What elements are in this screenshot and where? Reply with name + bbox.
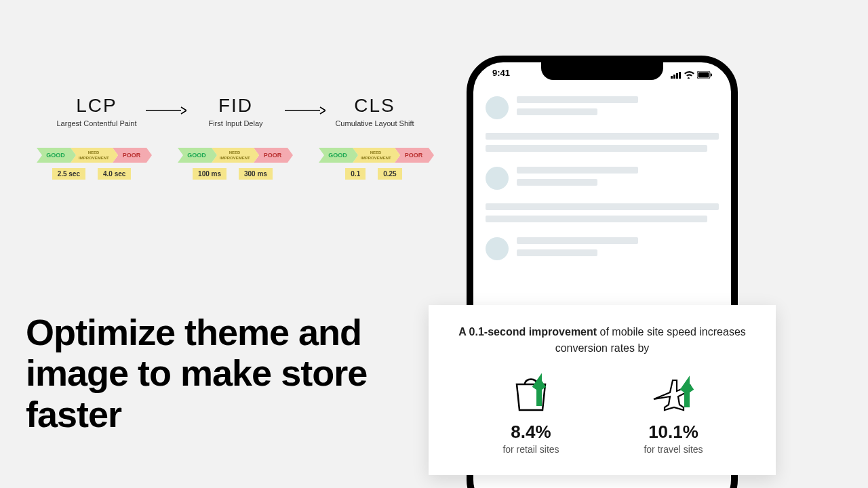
stat-retail: 8.4% for retail sites — [480, 373, 582, 455]
list-item — [486, 167, 719, 191]
skeleton-line — [517, 108, 597, 115]
skeleton-line — [517, 237, 638, 244]
threshold-cls: GOOD NEEDIMPROVEMENT POOR 0.1 0.25 — [313, 148, 435, 180]
airplane-icon — [650, 373, 697, 413]
metric-abbr: FID — [218, 95, 253, 117]
metric-full: First Input Delay — [208, 119, 262, 127]
badge-needs-improvement: NEEDIMPROVEMENT — [353, 148, 395, 163]
status-icons — [671, 68, 712, 81]
skeleton-line — [517, 179, 597, 186]
stat-columns: 8.4% for retail sites 10.1% for travel s… — [452, 373, 753, 455]
svg-rect-4 — [676, 73, 678, 79]
threshold-values: 100 ms 300 ms — [193, 168, 273, 180]
avatar-placeholder — [486, 96, 509, 119]
metric-abbr: LCP — [76, 95, 117, 117]
skeleton-line — [486, 145, 707, 152]
conversion-stats-card: A 0.1-second improvement of mobile site … — [429, 305, 776, 475]
list-item — [486, 237, 719, 262]
skeleton-line — [517, 167, 638, 174]
skeleton-line — [486, 203, 719, 210]
svg-rect-5 — [679, 72, 681, 79]
shopping-bag-icon — [510, 373, 552, 413]
metric-full: Largest Contentful Paint — [56, 119, 136, 127]
web-vitals-metrics: LCP Largest Contentful Paint FID First I… — [31, 95, 441, 127]
battery-icon — [697, 71, 712, 79]
skeleton-line — [486, 133, 719, 140]
avatar-placeholder — [486, 237, 509, 260]
list-item — [486, 96, 719, 121]
status-bar: 9:41 — [473, 68, 731, 81]
wifi-icon — [684, 71, 694, 79]
threshold-value: 100 ms — [193, 168, 226, 180]
phone-content-skeleton — [486, 96, 719, 274]
svg-rect-8 — [711, 73, 712, 76]
stat-percent: 10.1% — [648, 422, 698, 443]
avatar-placeholder — [486, 167, 509, 190]
metric-full: Cumulative Layout Shift — [335, 119, 414, 127]
svg-rect-2 — [671, 76, 673, 79]
threshold-bar: GOOD NEEDIMPROVEMENT POOR — [319, 148, 429, 163]
stat-travel: 10.1% for travel sites — [623, 373, 724, 455]
threshold-bar: GOOD NEEDIMPROVEMENT POOR — [37, 148, 146, 163]
threshold-values: 0.1 0.25 — [345, 168, 401, 180]
threshold-lcp: GOOD NEEDIMPROVEMENT POOR 2.5 sec 4.0 se… — [31, 148, 153, 180]
threshold-value: 300 ms — [239, 168, 273, 180]
threshold-fid: GOOD NEEDIMPROVEMENT POOR 100 ms 300 ms — [172, 148, 294, 180]
stat-label: for travel sites — [644, 444, 703, 455]
threshold-value: 2.5 sec — [52, 168, 85, 180]
metric-cls: CLS Cumulative Layout Shift — [309, 95, 441, 127]
skeleton-line — [517, 249, 597, 256]
signal-icon — [671, 71, 682, 79]
skeleton-line — [486, 216, 707, 222]
thresholds-row: GOOD NEEDIMPROVEMENT POOR 2.5 sec 4.0 se… — [31, 148, 435, 180]
stat-label: for retail sites — [502, 444, 559, 455]
threshold-value: 0.1 — [345, 168, 366, 180]
badge-good: GOOD — [319, 148, 353, 163]
status-time: 9:41 — [492, 68, 510, 81]
badge-needs-improvement: NEEDIMPROVEMENT — [71, 148, 113, 163]
badge-good: GOOD — [37, 148, 71, 163]
svg-rect-3 — [673, 75, 675, 79]
badge-good: GOOD — [178, 148, 212, 163]
threshold-bar: GOOD NEEDIMPROVEMENT POOR — [178, 148, 288, 163]
metric-abbr: CLS — [354, 95, 395, 117]
threshold-value: 4.0 sec — [98, 168, 131, 180]
skeleton-line — [517, 96, 638, 103]
svg-rect-7 — [698, 72, 709, 77]
threshold-values: 2.5 sec 4.0 sec — [52, 168, 132, 180]
page-headline: Optimize theme and image to make store f… — [26, 312, 439, 434]
threshold-value: 0.25 — [378, 168, 401, 180]
badge-needs-improvement: NEEDIMPROVEMENT — [212, 148, 254, 163]
stat-headline: A 0.1-second improvement of mobile site … — [452, 324, 753, 357]
stat-headline-bold: A 0.1-second improvement — [458, 326, 597, 338]
stat-percent: 8.4% — [511, 422, 551, 443]
